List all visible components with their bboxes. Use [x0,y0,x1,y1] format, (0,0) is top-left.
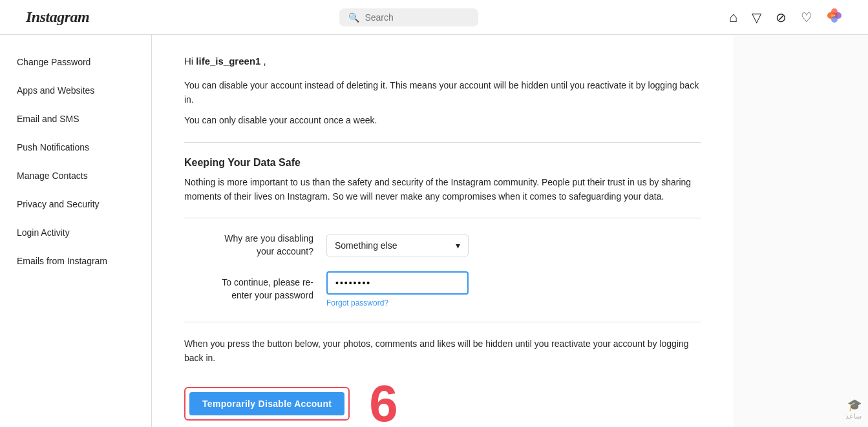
username: life_is_green1 [196,56,260,67]
search-icon: 🔍 [348,12,359,23]
step-number: 6 [369,378,398,427]
compass-icon[interactable]: ⊘ [776,10,787,25]
keeping-safe-body: Nothing is more important to us than the… [184,175,701,204]
sidebar-item-apps-websites[interactable]: Apps and Websites [0,76,151,105]
password-input[interactable] [326,271,469,295]
watermark-text-line1: 🎓 [847,398,862,412]
divider-1 [184,142,701,143]
disable-info-para2: You can only disable your account once a… [184,113,701,127]
reason-label: Why are you disablingyour account? [184,233,326,258]
password-row: To continue, please re-enter your passwo… [184,271,701,307]
page-layout: Change Password Apps and Websites Email … [0,35,868,427]
greeting-hi: Hi [184,56,196,67]
watermark-text-line2: ساعد [845,412,862,421]
main-content: Hi life_is_green1 , You can disable your… [152,35,734,427]
home-icon[interactable]: ⌂ [729,9,737,26]
greeting-comma: , [260,56,266,67]
heart-icon[interactable]: ♡ [801,10,812,25]
profile-icon[interactable] [827,8,842,27]
reason-control: Something else ▾ [326,234,701,256]
temporarily-disable-button[interactable]: Temporarily Disable Account [189,392,344,415]
header-icons: ⌂ ▽ ⊘ ♡ [729,8,842,27]
disable-button-border: Temporarily Disable Account [184,387,350,421]
search-bar[interactable]: 🔍 [339,8,478,26]
search-input[interactable] [365,12,469,23]
password-control: Forgot password? [326,271,701,307]
explore-icon[interactable]: ▽ [752,10,761,25]
reason-row: Why are you disablingyour account? Somet… [184,233,701,258]
greeting-text: Hi life_is_green1 , [184,54,701,69]
divider-2 [184,218,701,218]
disable-button-wrapper: Temporarily Disable Account 6 [184,378,701,427]
divider-3 [184,322,701,322]
disable-info-para1: You can disable your account instead of … [184,78,701,107]
sidebar-item-push-notifications[interactable]: Push Notifications [0,133,151,161]
sidebar: Change Password Apps and Websites Email … [0,35,152,427]
forgot-password-link[interactable]: Forgot password? [326,298,701,307]
instagram-logo: Instagram [26,8,89,26]
sidebar-item-email-sms[interactable]: Email and SMS [0,105,151,133]
svg-point-3 [831,8,838,15]
sidebar-item-emails-instagram[interactable]: Emails from Instagram [0,247,151,275]
sidebar-item-manage-contacts[interactable]: Manage Contacts [0,161,151,190]
keeping-safe-title: Keeping Your Data Safe [184,157,701,169]
chevron-down-icon: ▾ [456,240,460,251]
header: Instagram 🔍 ⌂ ▽ ⊘ ♡ [0,0,868,35]
svg-point-4 [831,16,838,23]
watermark: 🎓 ساعد [845,398,862,421]
bottom-info-text: When you press the button below, your ph… [184,337,701,366]
password-label: To continue, please re-enter your passwo… [184,276,326,302]
sidebar-item-privacy-security[interactable]: Privacy and Security [0,190,151,218]
sidebar-item-change-password[interactable]: Change Password [0,48,151,76]
sidebar-item-login-activity[interactable]: Login Activity [0,218,151,247]
reason-dropdown[interactable]: Something else ▾ [326,234,469,256]
reason-value: Something else [335,240,397,251]
